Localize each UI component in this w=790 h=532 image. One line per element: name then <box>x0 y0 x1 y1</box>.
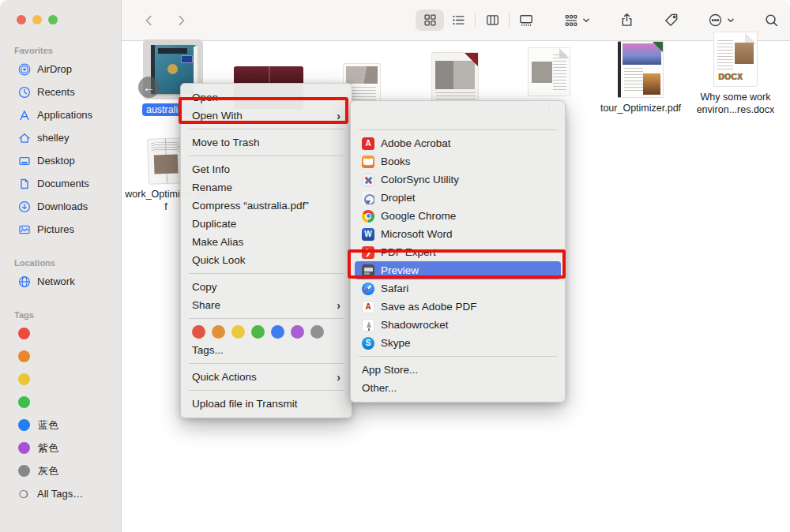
file-item[interactable]: DOCXWhy some work environ...res.docx <box>692 48 779 116</box>
menu-item-compress-australia-pdf[interactable]: Compress “australia.pdf” <box>185 197 348 215</box>
magazine-red-corner-thumbnail <box>431 52 479 107</box>
app-icon-glyph: A <box>365 140 371 148</box>
tags-button[interactable] <box>664 13 679 28</box>
sidebar-item-network[interactable]: Network <box>0 270 121 293</box>
documents-icon <box>17 178 32 190</box>
downloads-icon <box>17 200 32 213</box>
sidebar-item-applications[interactable]: Applications <box>0 103 121 126</box>
submenu-item-label: App Store... <box>362 364 418 376</box>
menu-item-get-info[interactable]: Get Info <box>185 160 348 178</box>
app-icon-glyph: S <box>366 339 371 347</box>
submenu-item-label: Microsoft Word <box>381 228 453 240</box>
menu-item-quick-actions[interactable]: Quick Actions› <box>185 368 348 386</box>
icon-view-button[interactable] <box>416 9 444 31</box>
submenu-item-google-chrome[interactable]: Google Chrome <box>355 207 561 225</box>
menu-item-copy[interactable]: Copy <box>185 278 348 296</box>
sidebar-item-airdrop[interactable]: AirDrop <box>0 58 121 81</box>
column-view-button[interactable] <box>478 9 506 31</box>
menu-tag-color-dot[interactable] <box>291 325 304 339</box>
context-menu: OpenOpen With›Move to TrashGet InfoRenam… <box>180 83 352 418</box>
sidebar-item-all-tags-[interactable]: All Tags… <box>0 482 121 505</box>
tag-color-dot <box>18 465 30 477</box>
tag-color-dot <box>18 350 30 362</box>
menu-item-label: Get Info <box>192 163 230 175</box>
back-button[interactable] <box>142 13 156 28</box>
submenu-item-safari[interactable]: Safari <box>355 279 561 298</box>
tag-color-dot <box>18 373 30 385</box>
toolbar <box>122 0 790 41</box>
search-button[interactable] <box>764 13 779 28</box>
submenu-item-pdf-expert[interactable]: ❯PDF Expert <box>355 243 561 261</box>
menu-item-quick-look[interactable]: Quick Look <box>185 251 348 269</box>
menu-item-share[interactable]: Share› <box>185 296 348 314</box>
recents-icon <box>17 86 32 99</box>
menu-item-tags[interactable]: Tags... <box>185 341 348 359</box>
menu-item-open[interactable]: Open <box>185 88 348 107</box>
file-item[interactable]: tour_Optimizer.pdf <box>597 47 684 114</box>
menu-item-make-alias[interactable]: Make Alias <box>185 233 348 251</box>
all-tags-icon <box>17 488 32 500</box>
submenu-item-adobe-acrobat[interactable]: AAdobe Acrobat <box>355 134 561 152</box>
submenu-item-colorsync-utility[interactable]: ColorSync Utility <box>355 170 561 189</box>
submenu-item-skype[interactable]: SSkype <box>355 334 561 352</box>
submenu-item-label: Books <box>381 155 411 167</box>
submenu-item-save-as-adobe-pdf[interactable]: ASave as Adobe PDF <box>355 298 561 316</box>
sidebar-item-recents[interactable]: Recents <box>0 81 121 103</box>
file-thumbnail-wrap: DOCX <box>713 32 758 87</box>
submenu-item-droplet[interactable]: Droplet <box>355 189 561 207</box>
menu-tag-color-dot[interactable] <box>231 325 245 339</box>
zoom-button[interactable] <box>48 15 58 24</box>
menu-tag-color-dot[interactable] <box>271 325 284 339</box>
menu-tag-color-dot[interactable] <box>192 325 205 339</box>
sidebar-item-desktop[interactable]: Desktop <box>0 149 121 172</box>
submenu-item-other[interactable]: Other... <box>355 379 561 397</box>
sidebar-item-downloads[interactable]: Downloads <box>0 195 121 218</box>
submenu-item-label: Preview <box>381 264 419 276</box>
close-button[interactable] <box>17 15 26 24</box>
sidebar-item-蓝色[interactable]: 蓝色 <box>0 414 121 436</box>
chevron-down-icon <box>582 17 590 24</box>
books-icon <box>362 155 374 168</box>
submenu-item-app-store[interactable]: App Store... <box>355 361 561 379</box>
minimize-button[interactable] <box>32 15 42 24</box>
sidebar-item-tag-2[interactable] <box>0 368 121 391</box>
menu-tag-color-dot[interactable] <box>212 325 225 339</box>
sidebar-item-documents[interactable]: Documents <box>0 172 121 195</box>
submenu-item-label: Adobe Acrobat <box>381 137 451 149</box>
view-switcher <box>416 9 540 31</box>
submenu-item-microsoft-word[interactable]: WMicrosoft Word <box>355 225 561 243</box>
applications-icon <box>17 109 32 122</box>
open-book-thumbnail <box>147 137 185 185</box>
menu-item-label: Rename <box>192 182 232 193</box>
more-button[interactable] <box>708 13 735 28</box>
thumbnail-detail <box>181 55 193 63</box>
skype-icon: S <box>362 337 374 350</box>
thumbnail-detail <box>154 154 179 174</box>
menu-item-move-to-trash[interactable]: Move to Trash <box>185 133 348 152</box>
gallery-view-button[interactable] <box>512 9 540 31</box>
submenu-item-preview[interactable]: Preview <box>355 261 561 279</box>
forward-button[interactable] <box>174 13 188 28</box>
menu-item-label: Make Alias <box>192 236 243 248</box>
sidebar-item-shelley[interactable]: shelley <box>0 126 121 149</box>
list-view-button[interactable] <box>444 9 472 31</box>
sidebar-item-tag-3[interactable] <box>0 391 121 414</box>
share-button[interactable] <box>619 13 634 28</box>
sidebar-item-灰色[interactable]: 灰色 <box>0 459 121 482</box>
menu-item-open-with[interactable]: Open With› <box>185 107 348 125</box>
back-badge-icon[interactable]: ← <box>138 77 160 98</box>
menu-divider <box>359 129 557 130</box>
sidebar-item-tag-1[interactable] <box>0 345 121 368</box>
group-button[interactable] <box>564 13 590 28</box>
sidebar-item-紫色[interactable]: 紫色 <box>0 436 121 459</box>
sidebar-item-pictures[interactable]: Pictures <box>0 218 121 241</box>
menu-tag-color-dot[interactable] <box>251 325 265 339</box>
menu-item-duplicate[interactable]: Duplicate <box>185 215 348 233</box>
submenu-item-books[interactable]: Books <box>355 152 561 170</box>
submenu-item-shadowrocket[interactable]: Shadowrocket <box>355 316 561 334</box>
menu-item-rename[interactable]: Rename <box>185 178 348 197</box>
sidebar-item-tag-0[interactable] <box>0 322 121 345</box>
menu-item-upload-file-in-transmit[interactable]: Upload file in Transmit <box>185 395 348 413</box>
menu-tag-color-dot[interactable] <box>310 325 324 339</box>
colorsync-icon <box>362 174 374 186</box>
